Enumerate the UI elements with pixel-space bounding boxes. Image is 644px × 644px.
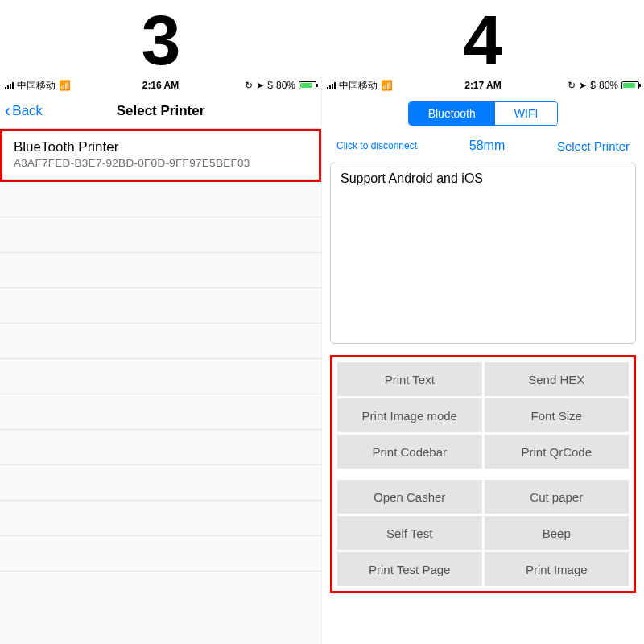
print-test-page-button[interactable]: Print Test Page <box>337 552 482 586</box>
back-button[interactable]: ‹ Back <box>5 93 43 128</box>
list-item <box>0 430 321 465</box>
tab-bluetooth[interactable]: Bluetooth <box>409 102 495 125</box>
print-text-button[interactable]: Print Text <box>337 362 482 396</box>
tab-wifi[interactable]: WIFI <box>495 102 558 125</box>
step-label-3: 3 <box>0 0 322 77</box>
cut-paper-button[interactable]: Cut paper <box>485 480 630 514</box>
status-bar: 中国移动 📶 2:17 AM ↻ ➤ $ 80% <box>322 77 644 93</box>
battery-icon <box>621 81 639 89</box>
list-item <box>0 501 321 536</box>
chevron-left-icon: ‹ <box>5 101 10 122</box>
paper-width-link[interactable]: 58mm <box>469 138 505 153</box>
print-content-textarea[interactable]: Support Android and iOS <box>330 163 636 344</box>
list-item <box>0 465 321 501</box>
open-casher-button[interactable]: Open Casher <box>337 480 482 514</box>
clock: 2:16 AM <box>0 80 321 91</box>
nav-bar: ‹ Back Select Printer <box>0 93 321 129</box>
print-image-button[interactable]: Print Image <box>485 552 630 586</box>
list-item <box>0 359 321 394</box>
list-item <box>0 324 321 359</box>
connection-actions-row: Click to disconnect 58mm Select Printer <box>322 130 644 163</box>
actions-highlight-box: Print Text Send HEX Print Image mode Fon… <box>330 355 636 593</box>
list-item <box>0 217 321 253</box>
print-image-mode-button[interactable]: Print Image mode <box>337 398 482 432</box>
print-codebar-button[interactable]: Print Codebar <box>337 435 482 469</box>
select-printer-link[interactable]: Select Printer <box>557 139 630 153</box>
list-item <box>0 394 321 430</box>
send-hex-button[interactable]: Send HEX <box>485 362 630 396</box>
disconnect-link[interactable]: Click to disconnect <box>336 140 417 151</box>
beep-button[interactable]: Beep <box>485 516 630 550</box>
screen-3: 中国移动 📶 2:16 AM ↻ ➤ $ 80% ‹ Back Select P… <box>0 77 322 644</box>
clock: 2:17 AM <box>322 80 644 91</box>
printer-uuid: A3AF7FED-B3E7-92BD-0F0D-9FF97E5BEF03 <box>14 157 308 169</box>
screen-4: 中国移动 📶 2:17 AM ↻ ➤ $ 80% Bluetooth WIFI <box>322 77 644 644</box>
list-item <box>0 288 321 324</box>
page-title: Select Printer <box>117 103 205 119</box>
printer-name: BlueTooth Printer <box>14 139 308 155</box>
print-qrcode-button[interactable]: Print QrCode <box>485 435 630 469</box>
list-item <box>0 182 321 217</box>
status-bar: 中国移动 📶 2:16 AM ↻ ➤ $ 80% <box>0 77 321 93</box>
back-label: Back <box>12 103 43 119</box>
connection-segmented-control: Bluetooth WIFI <box>408 101 559 126</box>
font-size-button[interactable]: Font Size <box>485 398 630 432</box>
list-item <box>0 536 321 572</box>
step-label-4: 4 <box>322 0 644 77</box>
battery-icon <box>299 81 316 89</box>
list-item <box>0 253 321 288</box>
printer-list-item[interactable]: BlueTooth Printer A3AF7FED-B3E7-92BD-0F0… <box>2 131 319 180</box>
self-test-button[interactable]: Self Test <box>337 516 482 550</box>
highlight-box: BlueTooth Printer A3AF7FED-B3E7-92BD-0F0… <box>0 129 321 182</box>
